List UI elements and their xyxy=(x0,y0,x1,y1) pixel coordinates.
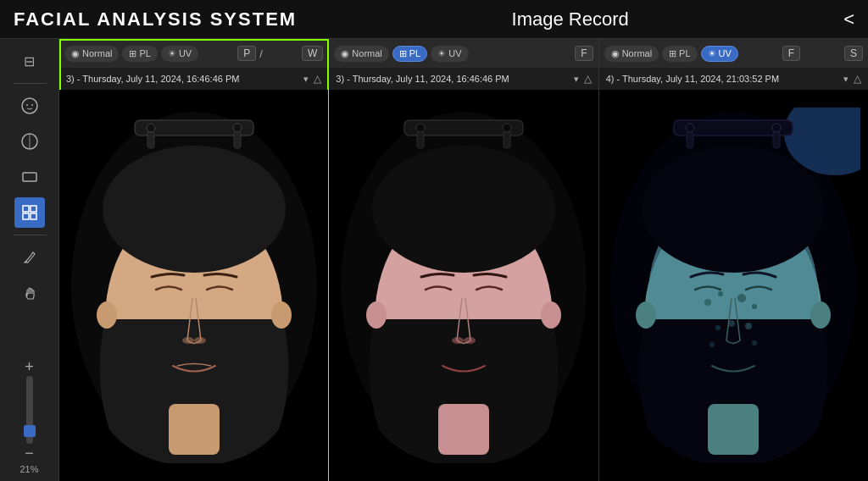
panel-2-pl-btn[interactable]: ⊞ PL xyxy=(392,46,427,62)
svg-point-53 xyxy=(745,323,752,329)
back-button[interactable]: < xyxy=(843,8,854,30)
panel-3-s-btn[interactable]: S xyxy=(844,46,863,61)
panel-1-toolbar: ◉ Normal ⊞ PL ☀ UV P / W xyxy=(59,39,328,68)
svg-point-54 xyxy=(709,342,715,347)
svg-point-1 xyxy=(26,104,28,106)
panel-2-image xyxy=(329,90,598,481)
panel-1-date: 3) - Thursday, July 11, 2024, 16:46:46 P… xyxy=(66,74,298,84)
panel-2-dropdown[interactable]: ▾ xyxy=(574,74,579,85)
app-header: FACIAL ANALYSIS SYSTEM Image Record < xyxy=(0,0,868,39)
svg-point-17 xyxy=(103,146,286,273)
content-area: ◉ Normal ⊞ PL ☀ UV P / W 3) xyxy=(59,39,868,481)
svg-rect-12 xyxy=(147,131,154,148)
panel-1-uv-btn[interactable]: ☀ UV xyxy=(161,46,198,62)
svg-rect-26 xyxy=(504,131,510,148)
panel-2-normal-btn[interactable]: ◉ Normal xyxy=(334,46,388,62)
panel-3-normal-btn[interactable]: ◉ Normal xyxy=(604,46,659,62)
uv-icon-3: ☀ xyxy=(708,48,716,59)
svg-point-56 xyxy=(636,301,656,329)
panel-1-face-svg xyxy=(67,108,321,463)
svg-point-2 xyxy=(31,104,33,106)
svg-point-50 xyxy=(752,304,757,309)
panel-3-pl-btn[interactable]: ⊞ PL xyxy=(662,46,697,62)
svg-rect-39 xyxy=(687,131,693,148)
uv-icon: ☀ xyxy=(168,48,176,59)
pl-icon-3: ⊞ xyxy=(669,48,676,59)
zoom-plus-button[interactable]: + xyxy=(25,359,34,374)
zoom-minus-button[interactable]: − xyxy=(25,445,34,461)
svg-point-14 xyxy=(147,124,155,132)
panel-1-pl-btn[interactable]: ⊞ PL xyxy=(122,46,157,62)
panel-2-f-btn[interactable]: F xyxy=(575,46,593,61)
pl-icon: ⊞ xyxy=(129,48,136,59)
svg-point-47 xyxy=(704,299,711,306)
pl-label-3: PL xyxy=(679,48,690,58)
panel-1-normal-btn[interactable]: ◉ Normal xyxy=(64,46,119,62)
pl-label-2: PL xyxy=(409,48,420,58)
svg-rect-18 xyxy=(169,404,220,455)
normal-label: Normal xyxy=(82,48,112,58)
sidebar: ⊟ xyxy=(0,39,59,481)
panel-3-toolbar: ◉ Normal ⊞ PL ☀ UV F S xyxy=(599,39,868,68)
normal-icon-3: ◉ xyxy=(611,48,620,59)
panel-2-date: 3) - Thursday, July 11, 2024, 16:46:46 P… xyxy=(336,74,568,84)
normal-icon-2: ◉ xyxy=(341,48,349,59)
pen-tool-icon[interactable] xyxy=(14,242,45,273)
svg-point-22 xyxy=(271,301,292,329)
hand-tool-icon[interactable] xyxy=(14,278,45,308)
sidebar-divider-1 xyxy=(13,83,47,84)
panel-3-f-btn[interactable]: F xyxy=(782,46,800,61)
panel-1-p-btn[interactable]: P xyxy=(237,46,256,61)
panel-1-triangle[interactable]: △ xyxy=(314,73,321,85)
panels-row: ◉ Normal ⊞ PL ☀ UV P / W 3) xyxy=(59,39,868,481)
svg-point-30 xyxy=(372,146,555,273)
svg-point-45 xyxy=(642,146,825,273)
svg-rect-46 xyxy=(708,404,759,455)
svg-rect-40 xyxy=(773,131,780,148)
panel-3-dropdown[interactable]: ▾ xyxy=(843,74,849,85)
panel-1[interactable]: ◉ Normal ⊞ PL ☀ UV P / W 3) xyxy=(59,39,329,481)
svg-rect-8 xyxy=(23,213,29,219)
svg-point-33 xyxy=(464,337,476,344)
svg-point-0 xyxy=(22,98,37,113)
panel-1-image xyxy=(59,90,328,481)
panel-2-triangle[interactable]: △ xyxy=(584,73,592,85)
panel-3-face-svg xyxy=(606,108,860,463)
page-title: Image Record xyxy=(512,8,629,30)
rect-tool-icon[interactable] xyxy=(14,162,45,192)
svg-point-55 xyxy=(752,340,757,346)
panel-2[interactable]: ◉ Normal ⊞ PL ☀ UV F 3) - Thursday, July… xyxy=(329,39,598,481)
pl-label: PL xyxy=(139,48,150,58)
svg-point-32 xyxy=(452,337,464,344)
zoom-controls: + − 21% xyxy=(19,359,38,474)
grid-tool-icon[interactable] xyxy=(14,197,45,228)
panel-3-triangle[interactable]: △ xyxy=(854,73,861,85)
normal-label-2: Normal xyxy=(352,48,381,58)
normal-icon: ◉ xyxy=(71,48,80,59)
layout-icon[interactable]: ⊟ xyxy=(14,46,45,76)
uv-label-2: UV xyxy=(448,48,461,58)
svg-point-52 xyxy=(715,325,721,330)
uv-icon-2: ☀ xyxy=(437,48,446,59)
zoom-slider[interactable] xyxy=(26,376,33,444)
face-filled-icon[interactable] xyxy=(14,126,45,157)
uv-label: UV xyxy=(179,48,192,58)
app-title: FACIAL ANALYSIS SYSTEM xyxy=(14,8,297,30)
panel-1-date-row: 3) - Thursday, July 11, 2024, 16:46:46 P… xyxy=(59,68,328,90)
svg-point-41 xyxy=(686,124,694,132)
panel-3-image xyxy=(599,90,868,481)
svg-rect-5 xyxy=(23,173,36,181)
svg-rect-7 xyxy=(31,206,36,212)
panel-1-separator: / xyxy=(259,47,263,60)
svg-rect-31 xyxy=(438,404,489,455)
panel-2-date-row: 3) - Thursday, July 11, 2024, 16:46:46 P… xyxy=(329,68,598,90)
panel-3[interactable]: ◉ Normal ⊞ PL ☀ UV F S 4) - Thursda xyxy=(599,39,868,481)
panel-2-uv-btn[interactable]: ☀ UV xyxy=(431,46,468,62)
panel-1-w-btn[interactable]: W xyxy=(302,46,323,61)
panel-2-toolbar: ◉ Normal ⊞ PL ☀ UV F xyxy=(329,39,598,68)
panel-3-uv-btn[interactable]: ☀ UV xyxy=(701,46,738,62)
svg-point-49 xyxy=(737,294,746,302)
panel-1-dropdown[interactable]: ▾ xyxy=(303,74,309,85)
face-outline-icon[interactable] xyxy=(14,91,45,121)
svg-point-48 xyxy=(718,291,723,296)
